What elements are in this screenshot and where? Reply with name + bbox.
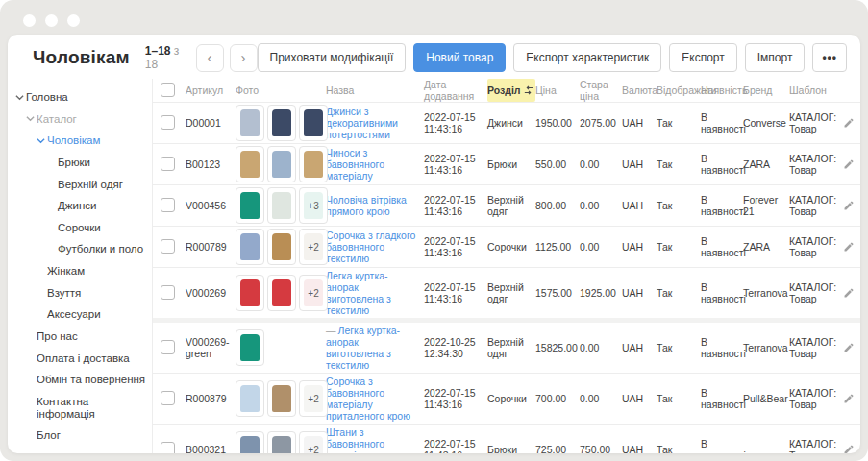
product-photo[interactable] [236,380,264,417]
sidebar-item-5[interactable]: Джинси [8,195,152,217]
more-actions-button[interactable]: ••• [812,43,847,72]
product-photo[interactable] [236,229,264,265]
sidebar-item-13[interactable]: Обмін та повернення [8,369,152,391]
window-dot[interactable] [67,14,80,27]
select-all-checkbox[interactable] [161,83,175,97]
table-row[interactable]: R000879+2Сорочка з бавовняного матеріалу… [153,373,860,424]
chevron-down-icon[interactable] [15,94,26,101]
product-photo[interactable] [267,105,296,141]
sidebar-item-2[interactable]: Чоловікам [8,130,152,152]
col-header-display[interactable]: Відображати [657,85,701,96]
table-row[interactable]: V000269+2Легка куртка-анорак виготовлена… [153,267,860,318]
product-photo[interactable] [236,105,264,141]
edit-icon[interactable] [843,342,855,353]
more-photos-badge[interactable]: +2 [299,431,328,453]
row-checkbox[interactable] [161,198,175,212]
chevron-down-icon[interactable] [26,115,37,122]
sidebar-item-9[interactable]: Взуття [8,282,152,304]
sidebar-item-8[interactable]: Жінкам [8,260,152,282]
row-checkbox[interactable] [161,157,175,171]
row-checkbox[interactable] [161,239,175,254]
export-characteristics-button[interactable]: Експорт характеристик [513,43,661,72]
product-photo[interactable] [236,187,264,224]
sort-icon[interactable] [524,85,533,95]
sidebar-item-12[interactable]: Оплата і доставка [8,348,152,370]
more-photos-badge[interactable]: +3 [299,187,328,224]
edit-icon[interactable] [843,393,855,404]
col-header-availability[interactable]: Наявність [701,85,743,96]
col-header-name[interactable]: Назва [326,85,424,96]
product-name-link[interactable]: Чиноси з бавовняного матеріалу [326,147,384,182]
edit-icon[interactable] [843,241,855,253]
window-dot[interactable] [45,14,58,27]
more-photos-badge[interactable]: +2 [299,229,328,265]
edit-icon[interactable] [843,287,855,299]
col-header-sku[interactable]: Артикул [186,85,236,96]
table-row[interactable]: B00123Чиноси з бавовняного матеріалу2022… [153,143,860,184]
row-checkbox[interactable] [161,285,175,300]
table-row[interactable]: V000269-green—Легка куртка-анорак вигото… [153,318,860,373]
sidebar-item-11[interactable]: Про нас [8,326,152,348]
edit-icon[interactable] [843,117,855,129]
product-name-link[interactable]: Сорочка з бавовняного матеріалу притален… [326,376,410,422]
product-photo[interactable] [267,431,296,453]
product-photo[interactable] [267,380,296,417]
col-header-old-price[interactable]: Стара ціна [580,79,622,102]
sidebar-item-6[interactable]: Сорочки [8,217,152,239]
chevron-down-icon[interactable] [37,137,47,144]
col-header-template[interactable]: Шаблон [789,85,843,96]
product-photo[interactable] [236,275,264,311]
more-photos-badge[interactable]: +2 [299,275,328,311]
prev-page-button[interactable]: ‹ [196,44,224,72]
sidebar-item-1[interactable]: Каталог [8,109,152,131]
sidebar-item-15[interactable]: Блог [8,425,152,447]
col-header-brand[interactable]: Бренд [743,85,789,96]
table-row[interactable]: B000321+2Штани з бавовняного матеріалу п… [153,424,860,453]
product-photo[interactable] [299,146,328,182]
row-checkbox[interactable] [161,442,175,454]
product-name-link[interactable]: Легка куртка-анорак виготовлена з тексти… [326,325,400,371]
sidebar-item-3[interactable]: Брюки [8,152,152,174]
edit-icon[interactable] [843,158,855,170]
edit-icon[interactable] [843,200,855,211]
col-header-photo[interactable]: Фото [236,85,326,96]
edit-icon[interactable] [843,444,855,453]
product-photo[interactable] [267,229,296,265]
import-button[interactable]: Імпорт [745,43,806,72]
product-name-link[interactable]: Чоловіча вітрівка прямого крою [326,194,407,217]
table-row[interactable]: V000456+3Чоловіча вітрівка прямого крою2… [153,184,860,226]
product-name-link[interactable]: Штани з бавовняного матеріалу прямого кр… [326,426,413,453]
product-name-link[interactable]: Джинси з декоративними потертостями [326,106,398,140]
row-checkbox[interactable] [161,115,175,130]
more-photos-badge[interactable]: +2 [299,380,328,417]
col-header-price[interactable]: Ціна [535,85,580,96]
product-photo[interactable] [299,105,328,141]
window-dot[interactable] [23,14,36,27]
brand-cell: Forever 21 [743,194,789,217]
export-button[interactable]: Експорт [669,43,736,72]
sidebar-item-16[interactable]: Угода користувача [8,447,152,453]
new-product-button[interactable]: Новий товар [413,43,506,72]
product-name-link[interactable]: Сорочка з гладкого бавовняного текстилю [326,230,415,264]
product-photo[interactable] [267,146,296,182]
product-photo[interactable] [267,187,296,224]
row-checkbox[interactable] [161,340,175,354]
next-page-button[interactable]: › [230,44,258,72]
col-header-section[interactable]: Розділ [487,79,535,102]
sidebar-item-7[interactable]: Футболки и поло [8,238,152,260]
col-header-date[interactable]: Дата додавання [424,79,487,102]
table-row[interactable]: R000789+2Сорочка з гладкого бавовняного … [153,226,860,267]
product-photo[interactable] [236,146,264,182]
hide-modifications-button[interactable]: Приховати модифікації [258,43,407,72]
product-photo[interactable] [236,329,264,366]
sidebar-item-4[interactable]: Верхній одяг [8,174,152,196]
table-row[interactable]: D00001Джинси з декоративними потертостям… [153,102,860,143]
product-name-link[interactable]: Легка куртка-анорак виготовлена з тексти… [326,270,391,316]
product-photo[interactable] [267,275,296,311]
col-header-currency[interactable]: Валюта [622,85,657,96]
sidebar-item-0[interactable]: Головна [8,86,152,109]
sidebar-item-10[interactable]: Аксесуари [8,303,152,326]
sidebar-item-14[interactable]: Контактна інформація [8,391,152,425]
row-checkbox[interactable] [161,391,175,405]
product-photo[interactable] [236,431,264,453]
